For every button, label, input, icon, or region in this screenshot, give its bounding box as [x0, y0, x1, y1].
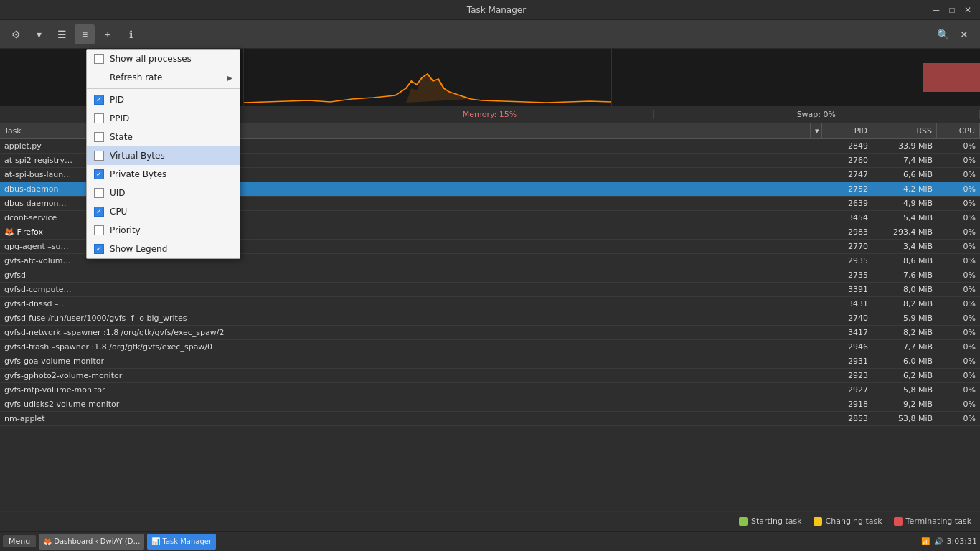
cell-rss: 8,0 MiB [872, 283, 937, 296]
col-pid[interactable]: PID [822, 123, 872, 138]
menu-label-show-legend: Show Legend [110, 244, 232, 254]
cell-rss: 6,6 MiB [872, 168, 937, 182]
cell-rss: 7,7 MiB [872, 340, 937, 354]
cell-rss: 7,4 MiB [872, 154, 937, 167]
dropdown-button[interactable]: ▾ [29, 24, 49, 44]
cell-rss: 6,0 MiB [872, 354, 937, 368]
cell-cpu: 0% [937, 326, 980, 339]
table-row[interactable]: gvfsd-dnssd –…34318,2 MiB0% [0, 297, 980, 311]
col-dropdown-btn[interactable]: ▾ [811, 123, 822, 138]
menu-item-show-legend[interactable]: Show Legend [87, 240, 240, 258]
toolbar: ⚙ ▾ ☰ ≡ + ℹ 🔍 ✕ [0, 20, 980, 49]
dropdown-menu: Show all processesRefresh rate▶PIDPPIDSt… [86, 49, 240, 259]
menu-item-refresh-rate[interactable]: Refresh rate▶ [87, 68, 240, 87]
cell-pid: 2770 [822, 240, 872, 253]
table-row[interactable]: gvfsd-compute…33918,0 MiB0% [0, 283, 980, 297]
checkbox-show-all-processes[interactable] [94, 54, 104, 64]
table-row[interactable]: gvfs-goa-volume-monitor29316,0 MiB0% [0, 354, 980, 369]
taskbar-app-taskmanager[interactable]: 📊 Task Manager [147, 534, 216, 550]
taskbar-time: 3:03:31 [947, 537, 977, 546]
menu-label-private-bytes: Private Bytes [110, 169, 232, 179]
cell-cpu: 0% [937, 254, 980, 268]
cell-task: nm-applet [0, 412, 822, 425]
table-row[interactable]: gvfsd-trash –spawner :1.8 /org/gtk/gvfs/… [0, 340, 980, 354]
menu-item-priority[interactable]: Priority [87, 221, 240, 240]
menu-label-pid: PID [110, 95, 232, 105]
cell-rss: 293,4 MiB [872, 225, 937, 239]
cell-task: gvfsd-network –spawner :1.8 /org/gtk/gvf… [0, 326, 822, 339]
cell-rss: 8,6 MiB [872, 254, 937, 268]
table-row[interactable]: gvfs-mtp-volume-monitor29275,8 MiB0% [0, 383, 980, 397]
search-button[interactable]: 🔍 [934, 26, 951, 43]
cell-cpu: 0% [937, 412, 980, 425]
col-rss[interactable]: RSS [872, 123, 937, 138]
cell-cpu: 0% [937, 383, 980, 397]
cell-rss: 5,4 MiB [872, 211, 937, 225]
taskbar-app-firefox[interactable]: 🦊 Dashboard ‹ DwiAY (D… [39, 534, 144, 550]
checkbox-priority[interactable] [94, 225, 104, 235]
checkbox-private-bytes[interactable] [94, 169, 104, 179]
menu-item-private-bytes[interactable]: Private Bytes [87, 165, 240, 184]
cell-pid: 2735 [822, 268, 872, 282]
cell-task: gvfsd-dnssd –… [0, 297, 822, 311]
col-cpu[interactable]: CPU [937, 123, 980, 138]
checkbox-uid[interactable] [94, 188, 104, 198]
menu-item-cpu[interactable]: CPU [87, 202, 240, 221]
checkbox-ppid[interactable] [94, 113, 104, 123]
cell-rss: 5,9 MiB [872, 311, 937, 325]
maximize-button[interactable]: □ [946, 4, 958, 17]
cell-pid: 2931 [822, 354, 872, 368]
cell-task: gvfsd-trash –spawner :1.8 /org/gtk/gvfs/… [0, 340, 822, 354]
cell-cpu: 0% [937, 211, 980, 225]
filter-button[interactable]: ☰ [52, 24, 72, 44]
toolbar-close-button[interactable]: ✕ [954, 24, 974, 44]
cell-cpu: 0% [937, 340, 980, 354]
add-button[interactable]: + [98, 24, 118, 44]
columns-button[interactable]: ≡ [75, 24, 95, 44]
taskmanager-icon: 📊 [151, 537, 160, 545]
legend-item: Changing task [814, 517, 882, 526]
cell-cpu: 0% [937, 168, 980, 182]
legend-bar: Starting taskChanging taskTerminating ta… [0, 511, 980, 531]
checkbox-cpu[interactable] [94, 207, 104, 217]
cell-pid: 2639 [822, 197, 872, 210]
table-row[interactable]: nm-applet285353,8 MiB0% [0, 412, 980, 426]
checkbox-pid[interactable] [94, 95, 104, 105]
menu-item-ppid[interactable]: PPID [87, 109, 240, 128]
table-row[interactable]: gvfsd-fuse /run/user/1000/gvfs -f -o big… [0, 311, 980, 326]
table-row[interactable]: gvfs-udisks2-volume-monitor29189,2 MiB0% [0, 397, 980, 412]
settings-button[interactable]: ⚙ [6, 24, 26, 44]
minimize-button[interactable]: ─ [930, 4, 943, 17]
cell-cpu: 0% [937, 197, 980, 210]
cell-rss: 33,9 MiB [872, 139, 937, 153]
table-row[interactable]: gvfsd-network –spawner :1.8 /org/gtk/gvf… [0, 326, 980, 340]
checkbox-virtual-bytes[interactable] [94, 151, 104, 161]
cell-pid: 2853 [822, 412, 872, 425]
cell-rss: 4,2 MiB [872, 182, 937, 196]
cell-pid: 2923 [822, 369, 872, 382]
menu-label-state: State [110, 132, 232, 142]
cell-pid: 3431 [822, 297, 872, 311]
cell-pid: 2927 [822, 383, 872, 397]
table-row[interactable]: gvfsd27357,6 MiB0% [0, 268, 980, 283]
menu-item-show-all-processes[interactable]: Show all processes [87, 50, 240, 68]
checkbox-state[interactable] [94, 132, 104, 142]
table-row[interactable]: gvfs-gphoto2-volume-monitor29236,2 MiB0% [0, 369, 980, 383]
taskbar-menu-button[interactable]: Menu [3, 535, 36, 547]
menu-label-cpu: CPU [110, 207, 232, 217]
menu-item-state[interactable]: State [87, 128, 240, 146]
info-button[interactable]: ℹ [121, 24, 141, 44]
checkbox-show-legend[interactable] [94, 244, 104, 254]
menu-separator [87, 88, 240, 89]
legend-color [894, 517, 903, 526]
cell-pid: 2983 [822, 225, 872, 239]
menu-item-virtual-bytes[interactable]: Virtual Bytes [87, 146, 240, 165]
legend-label: Starting task [751, 517, 802, 526]
menu-item-uid[interactable]: UID [87, 184, 240, 202]
cell-cpu: 0% [937, 268, 980, 282]
cell-pid: 3391 [822, 283, 872, 296]
cell-task: gvfs-udisks2-volume-monitor [0, 397, 822, 411]
menu-item-pid[interactable]: PID [87, 90, 240, 109]
close-button[interactable]: ✕ [961, 4, 974, 17]
cell-pid: 2849 [822, 139, 872, 153]
